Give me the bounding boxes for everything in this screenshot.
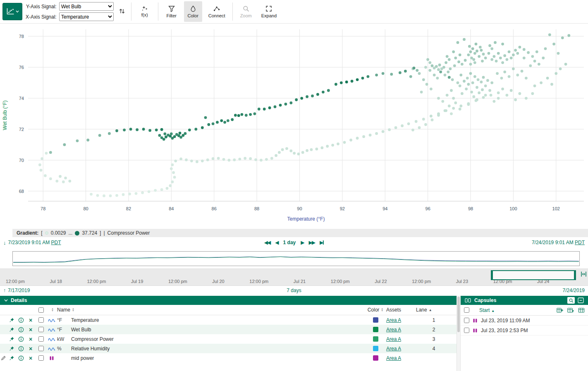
name-column-header[interactable]: Name▲▼ [57,307,365,313]
gradient-divider: | [103,230,105,236]
type-sort-control[interactable]: ▲▼ [46,308,57,312]
item-name[interactable]: Temperature [71,317,365,323]
color-column-header[interactable]: Color▲▼ [365,307,386,313]
item-info-icon[interactable] [17,336,26,342]
range-end-datetime[interactable]: 7/24/2019 9:01 AM PDT [532,240,585,245]
item-info-icon[interactable] [17,327,26,333]
color-swatch[interactable] [373,336,378,342]
step-forward-button[interactable]: ▶ [301,240,304,245]
scrollbar-thumb[interactable] [457,297,460,332]
y-axis-signal-select[interactable]: Wet Bulb [59,2,114,11]
select-all-checkbox[interactable] [38,307,44,313]
condition-icon [46,355,57,361]
color-swatch[interactable] [373,327,378,332]
details-panel: Details ▲▼ Name▲▼ Color▲▼ Assets Lane▲ [0,296,457,371]
x-axis-signal-select[interactable]: Temperature [59,12,114,21]
capsules-select-all-checkbox[interactable] [464,307,469,313]
capsule-select-checkbox[interactable] [464,328,469,333]
asset-link[interactable]: Area A [386,336,401,342]
trend-overview[interactable] [12,251,580,266]
capsule-grid-button[interactable] [578,307,585,313]
fx-tool-button[interactable]: f(x) [136,1,154,22]
start-column-header[interactable]: Start▲ [479,307,495,313]
timebar[interactable]: 12:00 pmJul 1812:00 pmJul 1912:00 pmJul … [0,269,588,286]
scatter-plot-tool-button[interactable] [2,3,22,20]
timezone-link[interactable]: PDT [51,240,61,245]
investigate-start-date[interactable]: 7/17/2019 [8,288,30,293]
brush-handle-left[interactable] [491,270,493,280]
brush-handle-right[interactable] [574,270,576,280]
zoom-button[interactable]: Zoom [237,1,255,22]
lane-column-header[interactable]: Lane▲ [416,307,452,313]
asset-link[interactable]: Area A [386,346,401,352]
item-name[interactable]: Relative Humidity [71,346,365,352]
item-unit: kW [57,336,71,342]
autoscale-pin-icon[interactable] [7,355,17,361]
scatter-chart[interactable]: 6870727476787880828486889092949698100102… [0,24,588,226]
row-select-checkbox[interactable] [38,327,44,332]
assets-column-header[interactable]: Assets [386,307,416,313]
connect-button[interactable]: Connect [206,1,228,22]
asset-link[interactable]: Area A [386,327,401,333]
remove-item-icon[interactable]: × [26,346,36,352]
display-range-brush[interactable] [492,270,575,280]
gradient-signal-name: Compressor Power [108,230,150,236]
step-size-label[interactable]: 1 day [283,240,296,245]
item-info-icon[interactable] [17,355,26,361]
step-to-now-button[interactable]: ▶ [320,240,324,245]
capsules-header[interactable]: Capsules [461,296,588,305]
timezone-link[interactable]: PDT [575,240,585,245]
collapse-capsules-button[interactable] [578,297,584,303]
capsule-icon [472,328,478,333]
capsule-start-time[interactable]: Jul 23, 2019 11:09 AM [481,318,530,323]
color-swatch[interactable] [373,355,378,361]
autoscale-pin-icon[interactable] [7,336,17,342]
svg-text:72: 72 [19,127,24,132]
row-select-checkbox[interactable] [38,355,44,361]
range-start-arrow-icon[interactable]: ↓ [3,240,6,246]
autoscale-pin-icon[interactable] [7,346,17,352]
color-button[interactable]: Color [184,1,202,22]
range-start-datetime[interactable]: 7/23/2019 9:01 AM PDT [8,240,61,245]
investigate-arrow-icon[interactable]: ↑ [3,288,6,293]
item-name[interactable]: mid power [71,355,365,361]
item-info-icon[interactable] [17,317,26,323]
row-select-checkbox[interactable] [38,317,44,323]
timebar-options-button[interactable] [581,271,587,278]
y-axis-label: Y-Axis Signal: [26,4,57,10]
remove-item-icon[interactable]: × [26,336,36,342]
color-swatch[interactable] [373,346,378,351]
signal-icon [46,346,57,351]
capsule-select-checkbox[interactable] [464,318,469,323]
item-info-icon[interactable] [17,346,26,352]
stat-column-icon [567,307,574,313]
expand-button[interactable]: Expand [258,1,280,22]
step-back-full-button[interactable]: ◀◀ [264,240,270,245]
remove-item-icon[interactable]: × [26,327,36,333]
add-stat-column-button[interactable] [567,307,574,313]
filter-button[interactable]: Filter [163,1,181,22]
remove-item-icon[interactable]: × [26,317,36,323]
step-back-button[interactable]: ◀ [275,240,278,245]
step-forward-full-button[interactable]: ▶▶ [308,240,314,245]
add-column-button[interactable] [557,307,563,313]
capsule-start-time[interactable]: Jul 23, 2019 2:53 PM [481,328,528,333]
svg-text:Temperature (°F): Temperature (°F) [287,216,325,222]
edit-condition-icon[interactable] [0,355,7,361]
remove-item-icon[interactable]: × [26,355,36,361]
investigate-duration[interactable]: 7 days [287,288,301,293]
details-header[interactable]: Details [0,296,457,305]
swap-axes-button[interactable] [117,7,127,17]
asset-link[interactable]: Area A [386,317,401,323]
row-select-checkbox[interactable] [38,336,44,342]
autoscale-pin-icon[interactable] [7,317,17,323]
autoscale-pin-icon[interactable] [7,327,17,333]
item-name[interactable]: Compressor Power [71,336,365,342]
capsule-row: Jul 23, 2019 2:53 PM [461,326,588,335]
item-name[interactable]: Wet Bulb [71,327,365,333]
capsules-search-button[interactable] [567,297,575,304]
investigate-end-date[interactable]: 7/24/2019 [563,288,585,293]
color-swatch[interactable] [373,317,378,323]
asset-link[interactable]: Area A [386,355,401,361]
row-select-checkbox[interactable] [38,346,44,351]
